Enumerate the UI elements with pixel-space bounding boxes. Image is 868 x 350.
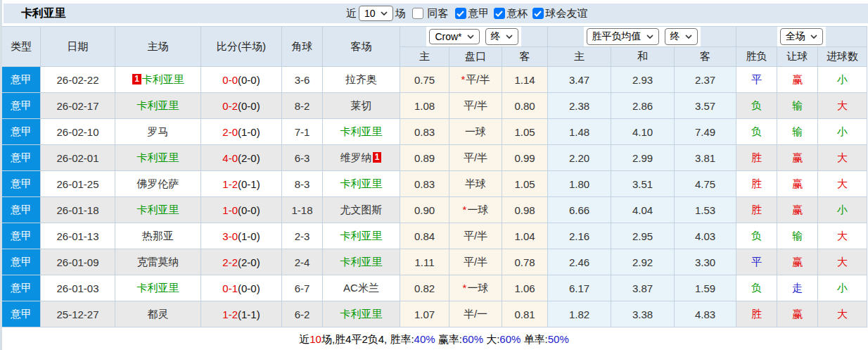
goals-result: 小	[837, 282, 848, 294]
league-cell: 意甲	[2, 301, 41, 327]
handicap-star: *	[463, 204, 467, 215]
handicap-value: 一球	[467, 204, 488, 215]
handicap-cell: *一球	[449, 275, 502, 301]
avg-draw-cell: 2.99	[611, 145, 675, 171]
column-header-score: 比分(半场)	[201, 27, 282, 67]
handicap-value: 一球	[467, 282, 488, 294]
subcolumn-header-odds-home: 主	[400, 47, 449, 67]
half-time-score: (1-1)	[238, 308, 260, 320]
match-result: 平	[751, 256, 762, 268]
avg-win-cell: 1.80	[548, 171, 611, 197]
away-team: 拉齐奥	[345, 73, 377, 85]
period-select-group: 全场	[777, 27, 826, 46]
match-result-cell: 负	[736, 275, 777, 301]
match-row: 意甲 26-01-25 佛罗伦萨 1-2(0-1) 8-3 卡利亚里 0.83 …	[2, 171, 867, 197]
handicap-result: 赢	[792, 73, 803, 85]
odds-time-select[interactable]: 终	[485, 28, 518, 45]
team-title: 卡利亚里	[4, 6, 66, 21]
subcolumn-header-handicap: 盘口	[449, 47, 502, 67]
goals-result-cell: 小	[818, 275, 867, 301]
same-away-checkbox[interactable]	[412, 8, 423, 19]
handicap-result-cell: 赢	[777, 197, 818, 223]
avg-win-cell: 6.66	[548, 197, 611, 223]
away-cell: 卡利亚里	[323, 171, 400, 197]
date-cell: 25-12-27	[41, 301, 115, 327]
avg-draw-cell: 3.38	[611, 301, 675, 327]
summary-segment: 40%	[414, 333, 435, 345]
score-cell: 3-0(1-0)	[201, 223, 282, 249]
match-row: 意甲 26-01-13 热那亚 3-0(1-0) 2-3 卡利亚里 0.84 平…	[2, 223, 867, 249]
odds-select-group: Crow* 终	[426, 27, 521, 46]
avg-time-select[interactable]: 终	[665, 28, 698, 45]
avg-lose-cell: 4.75	[675, 171, 736, 197]
avg-lose-cell: 4.83	[675, 301, 736, 327]
avg-draw-cell: 3.51	[611, 171, 675, 197]
league-cell: 意甲	[2, 223, 41, 249]
chevron-down-icon	[810, 35, 817, 39]
avg-win-cell: 2.20	[548, 145, 611, 171]
handicap-result: 输	[792, 125, 803, 137]
away-cell: 尤文图斯	[323, 197, 400, 223]
avg-win-cell: 6.17	[548, 275, 611, 301]
goals-result: 大	[837, 308, 848, 320]
avg-win-cell: 2.46	[548, 249, 611, 275]
date-cell: 26-02-01	[41, 145, 115, 171]
away-team: 卡利亚里	[340, 308, 383, 320]
games-label: 场	[395, 7, 406, 20]
league-cell: 意甲	[2, 67, 41, 93]
home-team: 卡利亚里	[137, 282, 179, 294]
serie-a-checkbox[interactable]	[455, 8, 466, 19]
handicap-result-cell: 输	[777, 93, 818, 119]
away-cell: 拉齐奥	[323, 67, 400, 93]
avg-lose-cell: 4.03	[675, 223, 736, 249]
handicap-cell: 平/半	[449, 145, 502, 171]
match-result-cell: 负	[736, 223, 777, 249]
corners-cell: 2-4	[282, 249, 323, 275]
date-cell: 26-01-03	[41, 275, 115, 301]
full-time-score: 2-0	[222, 126, 238, 138]
handicap-star: *	[461, 73, 465, 85]
half-time-score: (0-0)	[238, 74, 260, 86]
coppa-italia-checkbox[interactable]	[494, 8, 505, 19]
match-result: 负	[751, 282, 762, 294]
match-result: 负	[751, 125, 762, 137]
away-odds-cell: 1.05	[502, 171, 548, 197]
recent-label: 近	[346, 7, 357, 20]
recent-count-select[interactable]: 10	[359, 6, 393, 21]
date-cell: 26-01-18	[41, 197, 115, 223]
odds-company-select[interactable]: Crow*	[429, 29, 479, 44]
handicap-result-cell: 输	[777, 223, 818, 249]
match-result-cell: 负	[736, 119, 777, 145]
home-odds-cell: 0.82	[400, 275, 449, 301]
home-cell: 卡利亚里	[115, 93, 201, 119]
avg-draw-cell: 2.95	[611, 223, 675, 249]
summary-segment: 近	[299, 333, 309, 345]
result-group-header: 全场	[736, 27, 867, 47]
half-time-score: (2-0)	[238, 152, 260, 164]
period-select[interactable]: 全场	[780, 28, 823, 45]
page-edge-strip	[0, 0, 2, 350]
summary-segment: 50%	[548, 333, 569, 345]
away-team: 维罗纳	[340, 151, 372, 163]
league-cell: 意甲	[2, 119, 41, 145]
match-result-cell: 胜	[736, 145, 777, 171]
avg-type-select[interactable]: 胜平负均值	[587, 28, 659, 45]
match-result: 胜	[751, 151, 762, 163]
avg-select-group: 胜平负均值 终	[584, 27, 701, 46]
full-time-score: 1-2	[222, 178, 238, 190]
goals-result: 小	[837, 125, 848, 137]
away-cell: 维罗纳1	[323, 145, 400, 171]
date-cell: 26-02-10	[41, 119, 115, 145]
half-time-score: (0-0)	[238, 282, 260, 294]
checkmark-icon	[457, 11, 464, 17]
avg-group-header: 胜平负均值 终	[548, 27, 736, 47]
recent-count-value: 10	[364, 8, 376, 19]
match-row: 意甲 26-01-09 克雷莫纳 2-2(2-0) 2-4 卡利亚里 1.11 …	[2, 249, 867, 275]
date-cell: 26-02-17	[41, 93, 115, 119]
summary-segment: 60%	[462, 333, 483, 345]
summary-segment: 10	[309, 333, 321, 345]
handicap-result: 赢	[792, 308, 803, 320]
club-friendly-checkbox[interactable]	[532, 8, 544, 19]
home-rank-badge: 1	[132, 74, 141, 85]
goals-result-cell: 大	[818, 249, 867, 275]
